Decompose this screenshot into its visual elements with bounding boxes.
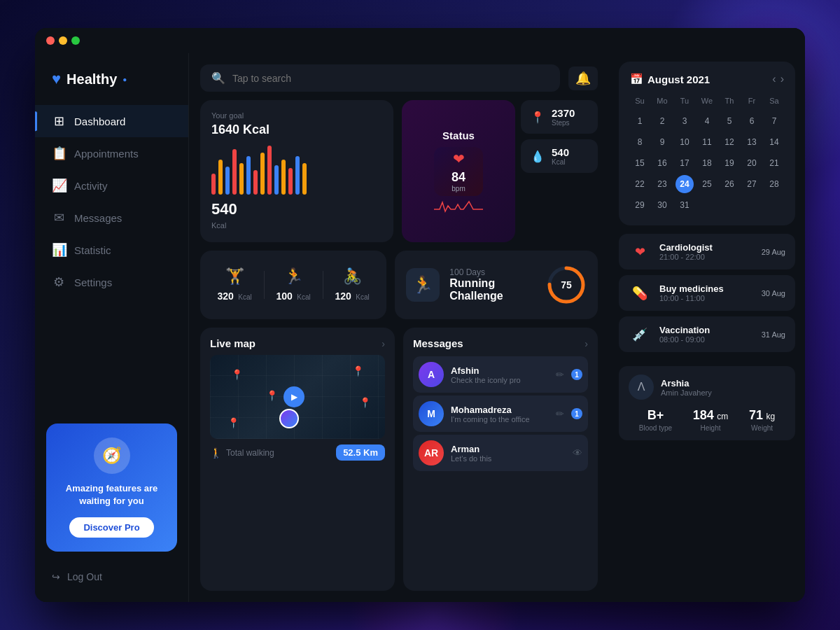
calendar-day[interactable]: 31 [676,196,694,214]
water-value: 540 [552,146,569,158]
calendar-day-empty [743,196,761,214]
appointment-medicine[interactable]: 💊 Buy medicines 10:00 - 11:00 30 Aug [619,275,795,311]
calendar-day[interactable]: 21 [765,154,783,172]
calendar-day[interactable]: 17 [676,154,694,172]
calendar-day[interactable]: 25 [698,175,716,193]
sidebar-item-appointments[interactable]: 📋 Appointments [35,137,188,169]
calendar-day[interactable]: 10 [676,133,694,151]
calendar-day[interactable]: 14 [765,133,783,151]
walking-icon: 🚶 [210,447,222,458]
appt-info-1: Cardiologist 21:00 - 22:00 [659,242,753,261]
bpm-label: bpm [451,185,465,192]
close-button[interactable] [46,36,55,45]
promo-card: 🧭 Amazing features are waiting for you D… [46,424,177,552]
calendar-day[interactable]: 7 [765,112,783,130]
map-pin-5: 📍 [227,417,239,428]
calendar-day[interactable]: 1 [631,112,649,130]
steps-label: Steps [552,119,575,127]
person-row: Λ Arshia Amin Javahery [629,374,785,400]
blood-type-stat: B+ Blood type [639,408,672,432]
calendar-day[interactable]: 8 [631,133,649,151]
maximize-button[interactable] [71,36,80,45]
appointment-vaccination[interactable]: 💉 Vaccination 08:00 - 09:00 31 Aug [619,316,795,352]
calendar-day-empty [720,196,738,214]
chart-bar [274,165,279,195]
sidebar-item-label: Activity [74,180,108,192]
discover-pro-button[interactable]: Discover Pro [69,517,153,538]
sidebar-item-messages[interactable]: ✉ Messages [35,202,188,234]
calendar-day[interactable]: 23 [653,175,671,193]
settings-icon: ⚙ [52,274,66,290]
logout-button[interactable]: ↪ Log Out [35,563,188,591]
calendar-day[interactable]: 26 [720,175,738,193]
exercise-strength: 🏋 320 Kcal [217,267,251,302]
exercise-bike: 🚴 120 Kcal [335,267,370,302]
calendar-day[interactable]: 30 [653,196,671,214]
sidebar-item-settings[interactable]: ⚙ Settings [35,266,188,298]
next-month-button[interactable]: › [780,73,784,85]
calendar-day[interactable]: 4 [698,112,716,130]
calendar-day[interactable]: 13 [743,133,761,151]
sidebar-item-statistic[interactable]: 📊 Statistic [35,234,188,266]
calendar-day[interactable]: 19 [720,154,738,172]
calendar-day[interactable]: 12 [720,133,738,151]
run-icon: 🏃 [284,267,303,286]
sidebar-item-label: Dashboard [74,115,125,127]
calendar-day[interactable]: 18 [698,154,716,172]
message-item-3[interactable]: AR Arman Let's do this 👁 [413,435,588,471]
calendar-day[interactable]: 20 [743,154,761,172]
sidebar-item-label: Messages [74,212,122,224]
steps-value: 2370 [552,107,575,119]
bpm-value: 84 [451,170,465,185]
calendar-day[interactable]: 5 [720,112,738,130]
logo-icon: ♥ [52,70,61,88]
exercise-card: 🏋 320 Kcal 🏃 100 Kcal [200,251,386,319]
message-item-1[interactable]: A Afshin Check the iconly pro ✏ 1 [413,356,588,393]
calendar-day[interactable]: 28 [765,175,783,193]
calendar-day[interactable]: 29 [631,196,649,214]
calendar-day[interactable]: 15 [631,154,649,172]
map-more-icon[interactable]: › [382,338,385,349]
sidebar-item-dashboard[interactable]: ⊞ Dashboard [35,105,188,137]
calendar-day[interactable]: 3 [676,112,694,130]
bike-icon: 🚴 [343,267,362,286]
sidebar-item-activity[interactable]: 📈 Activity [35,169,188,202]
map-background: 📍 📍 📍 📍 📍 ▶ [210,355,385,439]
prev-month-button[interactable]: ‹ [772,73,776,85]
stats-row-1: Your goal 1640 Kcal 540 Kcal [200,100,598,242]
calendar-day[interactable]: 11 [698,133,716,151]
notification-button[interactable]: 🔔 [568,66,598,90]
calendar-day[interactable]: 22 [631,175,649,193]
center-panel: 🔍 🔔 Your goal 1640 Kcal 540 [189,53,609,602]
map-pin-4: 📍 [359,397,371,408]
top-bar: 🔍 🔔 [200,64,598,92]
challenge-days: 100 Days [449,267,536,277]
calendar-day-header: We [697,95,717,109]
map-card: Live map › 📍 📍 📍 📍 📍 ▶ [200,328,395,591]
calendar-day[interactable]: 16 [653,154,671,172]
msg-preview-2: I'm coming to the office [451,415,549,424]
calendar-day[interactable]: 24 [676,175,694,193]
message-item-2[interactable]: M Mohamadreza I'm coming to the office ✏… [413,396,588,432]
search-input[interactable] [232,73,549,84]
messages-more-icon[interactable]: › [584,338,588,349]
height-value: 184 cm [693,408,729,423]
minimize-button[interactable] [59,36,67,45]
appointment-cardiologist[interactable]: ❤ Cardiologist 21:00 - 22:00 29 Aug [619,234,795,270]
messages-card: Messages › A Afshin Check the iconly pro… [403,328,598,591]
calendar-day[interactable]: 6 [743,112,761,130]
kcal-label: Kcal [211,221,226,230]
map-pin-3: 📍 [352,365,364,377]
walking-value: 52.5 Km [336,444,385,461]
chart-bar [225,167,230,195]
logout-label: Log Out [67,571,102,582]
cardiologist-icon: ❤ [629,244,651,260]
calendar-day[interactable]: 9 [653,133,671,151]
person-name: Arshia [661,378,712,388]
msg-info-1: Afshin Check the iconly pro [451,365,549,384]
calendar-day[interactable]: 27 [743,175,761,193]
calendar-day[interactable]: 2 [653,112,671,130]
chart-bar [211,174,216,195]
map-play-button[interactable]: ▶ [284,386,304,407]
nav-items: ⊞ Dashboard 📋 Appointments 📈 Activity ✉ … [35,105,188,412]
